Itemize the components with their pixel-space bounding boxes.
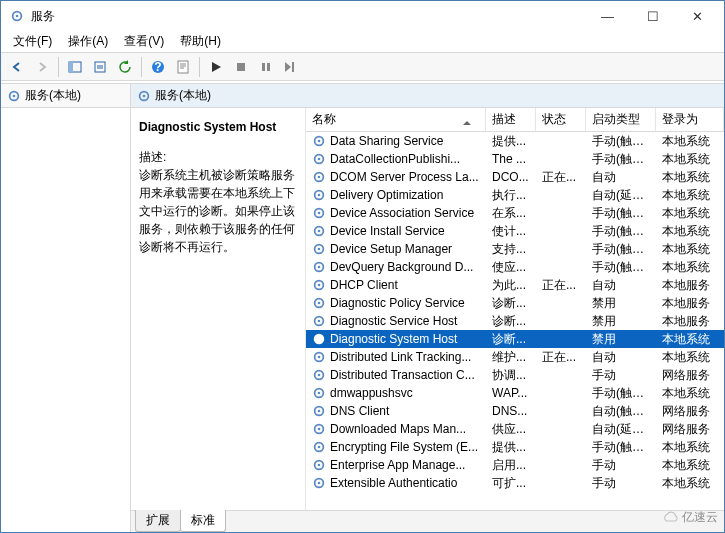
service-name: Extensible Authenticatio — [330, 476, 457, 490]
service-row[interactable]: Distributed Transaction C...协调...手动网络服务 — [306, 366, 724, 384]
service-startup: 手动 — [592, 476, 616, 490]
tab-extended[interactable]: 扩展 — [135, 510, 181, 532]
svg-point-51 — [318, 446, 321, 449]
maximize-button[interactable]: ☐ — [630, 1, 675, 31]
svg-point-21 — [318, 176, 321, 179]
service-row[interactable]: Delivery Optimization执行...自动(延迟...本地系统 — [306, 186, 724, 204]
service-startup: 禁用 — [592, 332, 616, 346]
service-logon: 本地系统 — [662, 170, 710, 184]
service-row[interactable]: Encrypting File System (E...提供...手动(触发..… — [306, 438, 724, 456]
col-status[interactable]: 状态 — [536, 108, 586, 131]
tab-standard[interactable]: 标准 — [180, 510, 226, 532]
svg-rect-7 — [178, 61, 188, 73]
service-row[interactable]: DCOM Server Process La...DCO...正在...自动本地… — [306, 168, 724, 186]
service-name: Diagnostic Service Host — [330, 314, 457, 328]
minimize-button[interactable]: — — [585, 1, 630, 31]
service-startup: 手动(触发... — [592, 134, 654, 148]
col-desc[interactable]: 描述 — [486, 108, 536, 131]
service-status: 正在... — [542, 170, 576, 184]
service-startup: 手动(触发... — [592, 242, 654, 256]
service-name: Device Association Service — [330, 206, 474, 220]
gear-icon — [137, 89, 151, 103]
menu-help[interactable]: 帮助(H) — [172, 31, 229, 52]
export-button[interactable] — [88, 55, 112, 79]
col-name[interactable]: 名称 — [306, 108, 486, 131]
help-button[interactable]: ? — [146, 55, 170, 79]
service-row[interactable]: Device Association Service在系...手动(触发...本… — [306, 204, 724, 222]
pause-service-button[interactable] — [254, 55, 278, 79]
svg-point-19 — [318, 158, 321, 161]
gear-icon — [312, 440, 326, 454]
service-logon: 本地系统 — [662, 206, 710, 220]
svg-point-27 — [318, 230, 321, 233]
gear-icon — [312, 152, 326, 166]
service-name: Distributed Link Tracking... — [330, 350, 471, 364]
service-logon: 本地系统 — [662, 350, 710, 364]
back-button[interactable] — [5, 55, 29, 79]
svg-rect-11 — [292, 62, 294, 72]
service-row[interactable]: DataCollectionPublishi...The ...手动(触发...… — [306, 150, 724, 168]
close-button[interactable]: ✕ — [675, 1, 720, 31]
service-row[interactable]: DevQuery Background D...使应...手动(触发...本地系… — [306, 258, 724, 276]
service-row[interactable]: DNS ClientDNS...自动(触发...网络服务 — [306, 402, 724, 420]
service-desc: 可扩... — [492, 476, 526, 490]
service-row[interactable]: Enterprise App Manage...启用...手动本地系统 — [306, 456, 724, 474]
gear-icon — [312, 368, 326, 382]
svg-point-17 — [318, 140, 321, 143]
tree-root-label: 服务(本地) — [25, 87, 81, 104]
service-name: DCOM Server Process La... — [330, 170, 479, 184]
svg-point-43 — [318, 374, 321, 377]
service-startup: 手动(触发... — [592, 260, 654, 274]
service-startup: 自动(延迟... — [592, 422, 654, 436]
menu-action[interactable]: 操作(A) — [60, 31, 116, 52]
col-startup[interactable]: 启动类型 — [586, 108, 656, 131]
col-logon[interactable]: 登录为 — [656, 108, 724, 131]
svg-point-39 — [318, 338, 321, 341]
forward-button[interactable] — [30, 55, 54, 79]
gear-icon — [312, 476, 326, 490]
start-service-button[interactable] — [204, 55, 228, 79]
service-startup: 手动(触发... — [592, 206, 654, 220]
show-hide-tree-button[interactable] — [63, 55, 87, 79]
svg-point-37 — [318, 320, 321, 323]
service-name: Diagnostic System Host — [330, 332, 457, 346]
gear-icon — [7, 89, 21, 103]
menu-view[interactable]: 查看(V) — [116, 31, 172, 52]
menu-file[interactable]: 文件(F) — [5, 31, 60, 52]
gear-icon — [312, 404, 326, 418]
service-desc: 协调... — [492, 368, 526, 382]
svg-point-41 — [318, 356, 321, 359]
service-row[interactable]: Distributed Link Tracking...维护...正在...自动… — [306, 348, 724, 366]
service-row[interactable]: Diagnostic System Host诊断...禁用本地系统 — [306, 330, 724, 348]
service-row[interactable]: Device Install Service使计...手动(触发...本地系统 — [306, 222, 724, 240]
service-name: dmwappushsvc — [330, 386, 413, 400]
restart-service-button[interactable] — [279, 55, 303, 79]
service-desc: 使应... — [492, 260, 526, 274]
service-row[interactable]: Diagnostic Policy Service诊断...禁用本地服务 — [306, 294, 724, 312]
service-startup: 手动(触发... — [592, 224, 654, 238]
svg-point-33 — [318, 284, 321, 287]
service-logon: 本地服务 — [662, 278, 710, 292]
gear-icon — [312, 296, 326, 310]
service-row[interactable]: Device Setup Manager支持...手动(触发...本地系统 — [306, 240, 724, 258]
svg-point-13 — [13, 94, 16, 97]
service-logon: 网络服务 — [662, 422, 710, 436]
service-row[interactable]: Downloaded Maps Man...供应...自动(延迟...网络服务 — [306, 420, 724, 438]
detail-pane: Diagnostic System Host 描述: 诊断系统主机被诊断策略服务… — [131, 108, 306, 510]
properties-button[interactable] — [171, 55, 195, 79]
service-name: Diagnostic Policy Service — [330, 296, 465, 310]
service-row[interactable]: dmwappushsvcWAP...手动(触发...本地系统 — [306, 384, 724, 402]
svg-text:?: ? — [154, 60, 161, 74]
service-row[interactable]: Diagnostic Service Host诊断...禁用本地服务 — [306, 312, 724, 330]
gear-icon — [312, 188, 326, 202]
gear-icon — [312, 332, 326, 346]
svg-point-49 — [318, 428, 321, 431]
service-row[interactable]: DHCP Client为此...正在...自动本地服务 — [306, 276, 724, 294]
service-name: Device Setup Manager — [330, 242, 452, 256]
refresh-button[interactable] — [113, 55, 137, 79]
service-row[interactable]: Extensible Authenticatio可扩...手动本地系统 — [306, 474, 724, 492]
service-name: DataCollectionPublishi... — [330, 152, 460, 166]
tree-root[interactable]: 服务(本地) — [1, 84, 130, 108]
service-row[interactable]: Data Sharing Service提供...手动(触发...本地系统 — [306, 132, 724, 150]
stop-service-button[interactable] — [229, 55, 253, 79]
